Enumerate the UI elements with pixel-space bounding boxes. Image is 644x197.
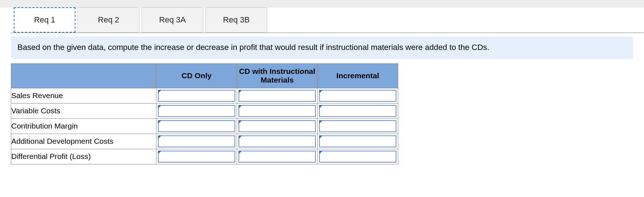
tab-row: Req 1 Req 2 Req 3A Req 3B [0,7,644,33]
tab-req-3a[interactable]: Req 3A [142,7,203,33]
input-cell[interactable] [237,103,318,118]
input-cell[interactable] [318,149,398,164]
instruction-text: Based on the given data, compute the inc… [17,43,489,52]
content-divider [11,33,644,33]
input-cell[interactable] [237,149,318,164]
dropdown-indicator-icon [158,151,162,154]
worksheet: CD Only CD with Instructional Materials … [11,63,644,164]
dropdown-indicator-icon [239,105,242,109]
col-header-label: Incremental [337,71,379,80]
table-row: Contribution Margin [11,118,398,134]
input-cell[interactable] [318,134,398,149]
row-label: Contribution Margin [11,118,156,134]
col-header-label: CD with Instructional Materials [239,67,315,84]
dropdown-indicator-icon [239,90,242,93]
data-table: CD Only CD with Instructional Materials … [11,63,398,164]
tab-label: Req 1 [34,15,56,25]
row-label-text: Sales Revenue [11,91,63,100]
input-cell[interactable] [318,118,398,134]
row-label-text: Variable Costs [11,106,60,115]
input-cell[interactable] [156,88,237,103]
input-cell[interactable] [156,149,237,164]
input-cell[interactable] [318,88,398,103]
table-row: Additional Development Costs [11,134,398,149]
row-label-text: Differential Profit (Loss) [11,152,91,160]
tab-label: Req 3B [223,15,249,25]
dropdown-indicator-icon [158,135,162,139]
table-row: Sales Revenue [11,88,398,103]
row-label-text: Contribution Margin [11,122,78,130]
tab-label: Req 2 [98,15,119,25]
row-label: Variable Costs [11,103,156,118]
dropdown-indicator-icon [319,151,323,154]
table-row: Variable Costs [11,103,398,118]
col-header-blank [11,63,156,88]
page: Req 1 Req 2 Req 3A Req 3B Based on the g… [0,0,644,164]
col-header-label: CD Only [182,71,212,80]
dropdown-indicator-icon [319,120,323,124]
input-cell[interactable] [156,134,237,149]
dropdown-indicator-icon [319,90,323,93]
tab-req-2[interactable]: Req 2 [78,7,139,33]
instruction-panel: Based on the given data, compute the inc… [11,37,633,59]
dropdown-indicator-icon [239,135,242,139]
input-cell[interactable] [237,134,318,149]
input-cell[interactable] [156,118,237,134]
row-label: Additional Development Costs [11,134,156,149]
dropdown-indicator-icon [319,105,323,109]
header-bar [0,0,644,7]
col-header-cd-instructional: CD with Instructional Materials [237,63,318,88]
tab-req-3b[interactable]: Req 3B [205,7,267,33]
dropdown-indicator-icon [158,120,162,124]
tab-label: Req 3A [159,15,186,25]
dropdown-indicator-icon [319,135,323,139]
row-label: Sales Revenue [11,88,156,103]
input-cell[interactable] [156,103,237,118]
row-label: Differential Profit (Loss) [11,149,156,164]
col-header-cd-only: CD Only [156,63,237,88]
input-cell[interactable] [318,103,398,118]
input-cell[interactable] [237,118,318,134]
dropdown-indicator-icon [158,105,162,109]
table-row: Differential Profit (Loss) [11,149,398,164]
tab-req-1[interactable]: Req 1 [14,7,76,33]
col-header-incremental: Incremental [318,63,398,88]
row-label-text: Additional Development Costs [11,137,113,145]
dropdown-indicator-icon [239,151,242,154]
dropdown-indicator-icon [239,120,242,124]
dropdown-indicator-icon [158,90,162,93]
input-cell[interactable] [237,88,318,103]
